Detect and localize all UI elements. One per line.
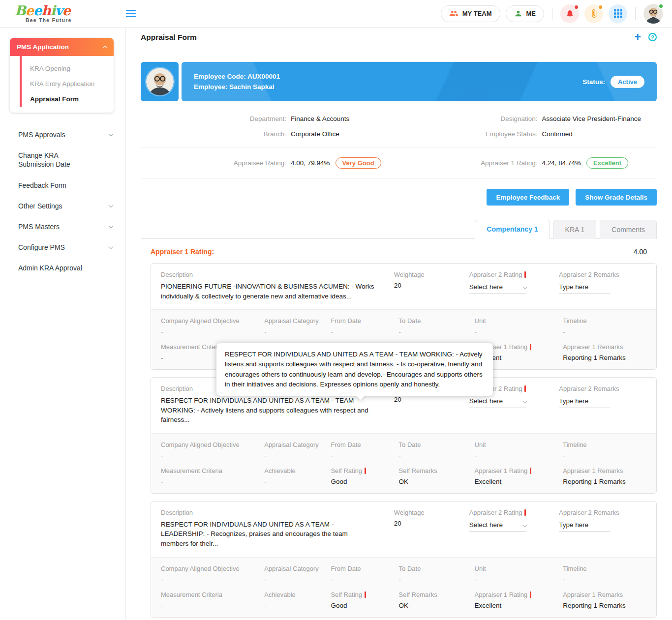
sidebar-item-pms-masters[interactable]: PMS Masters — [0, 218, 125, 236]
main-content: Appraisal Form + ? Employee Code: AUX000… — [126, 28, 672, 620]
field-self-rating: Self RatingGood — [331, 467, 398, 485]
field-achievable: Achievable- — [264, 467, 331, 485]
divider — [552, 7, 552, 20]
weightage-label: Weightage — [394, 509, 469, 516]
chevron-down-icon — [109, 223, 114, 228]
field-value: - — [264, 452, 331, 459]
employee-name: Employee: Sachin Sapkal — [194, 82, 280, 92]
field-value: Excellent — [475, 478, 563, 485]
competency-card: DescriptionRESPECT FOR INDIVIDUALS AND U… — [151, 501, 657, 618]
field-value: Good — [331, 602, 398, 609]
field-label: Achievable — [264, 467, 296, 474]
hamburger-menu-icon[interactable] — [126, 10, 136, 17]
apps-grid-icon[interactable] — [609, 4, 627, 23]
beehive-logo[interactable]: Beehive Bee The Future — [0, 4, 126, 23]
competency-detail-grid: Company Aligned Objective-Appraisal Cate… — [151, 433, 656, 493]
add-icon[interactable]: + — [635, 31, 641, 43]
sidebar-item-label: Other Settings — [18, 202, 62, 210]
ratings-summary: Appraisee Rating:4.00, 79.94%Very GoodAp… — [141, 148, 657, 178]
field-appraiser-1-remarks: Appraiser 1 RemarksReporting 1 Remarks — [563, 591, 646, 609]
sidebar-item-kra-entry-application[interactable]: KRA Entry Application — [10, 76, 114, 91]
appraiser2-rating-select[interactable]: Select here — [469, 397, 526, 408]
tab-compentancy-1[interactable]: Compentancy 1 — [475, 220, 550, 239]
field-value: - — [264, 478, 331, 485]
field-label: Measurement Criteria — [161, 467, 222, 474]
weightage-value: 20 — [394, 520, 469, 527]
field-label: Appraiser 1 Remarks — [563, 591, 623, 598]
field-value: - — [161, 602, 264, 609]
appraiser2-rating-select[interactable]: Select here — [469, 283, 526, 294]
help-icon[interactable]: ? — [648, 33, 657, 41]
field-value: - — [161, 576, 264, 583]
sidebar-item-kra-opening[interactable]: KRA Opening — [10, 61, 114, 76]
field-value: - — [475, 576, 563, 583]
competency-header-row: DescriptionRESPECT FOR INDIVIDUALS AND U… — [151, 502, 656, 557]
detail-label: Department: — [141, 115, 286, 122]
notification-badge — [574, 4, 579, 10]
employee-banner-bar: Employee Code: AUX00001 Employee: Sachin… — [182, 62, 657, 101]
tab-kra-1[interactable]: KRA 1 — [553, 220, 597, 239]
my-team-button[interactable]: MY TEAM — [441, 5, 500, 22]
appraiser2-remarks-input[interactable]: Type here — [559, 283, 610, 294]
show-grade-details-button[interactable]: Show Grade Details — [576, 189, 657, 206]
field-label: Appraisal Category — [264, 441, 319, 448]
employee-banner: Employee Code: AUX00001 Employee: Sachin… — [141, 62, 657, 101]
sidebar-item-appraisal-form[interactable]: Appraisal Form — [10, 91, 114, 107]
required-marker — [530, 468, 531, 474]
rating-value: 4.24, 84.74% — [542, 159, 581, 167]
field-appraisal-category: Appraisal Category- — [264, 317, 331, 335]
sidebar-item-label: PMS Masters — [18, 222, 60, 231]
select-placeholder: Select here — [469, 397, 503, 405]
field-timeline: Timeline- — [563, 441, 646, 459]
field-value: Good — [331, 478, 398, 485]
field-from-date: From Date- — [331, 317, 398, 335]
chevron-down-icon — [523, 399, 527, 403]
sidebar-group-label: PMS Application — [17, 43, 69, 51]
attachments-paperclip-icon[interactable] — [584, 4, 603, 23]
field-label: Self Remarks — [399, 467, 437, 474]
sidebar-group-pms-application: PMS Application KRA OpeningKRA Entry App… — [10, 38, 114, 113]
field-timeline: Timeline- — [563, 565, 646, 583]
field-value: Reporting 1 Remarks — [563, 478, 646, 485]
competency-description: PIONEERING FUTURE -INNOVATION & BUSINESS… — [161, 282, 394, 301]
field-label: Company Aligned Objective — [161, 317, 240, 325]
field-label: Unit — [475, 317, 486, 325]
sidebar-nav: PMS ApprovalsChange KRA Submission DateF… — [0, 126, 125, 277]
sidebar-item-other-settings[interactable]: Other Settings — [0, 197, 125, 215]
field-appraisal-category: Appraisal Category- — [264, 441, 331, 459]
required-marker — [365, 468, 366, 474]
user-avatar[interactable] — [643, 4, 663, 24]
tab-comments[interactable]: Comments — [600, 220, 657, 239]
tab-content: Appraiser 1 Rating: 4.00 DescriptionPION… — [141, 239, 657, 620]
employee-code: Employee Code: AUX00001 — [194, 71, 280, 82]
status-badge: Active — [611, 76, 644, 88]
field-value: Reporting 1 Remarks — [563, 354, 646, 361]
sidebar-item-pms-approvals[interactable]: PMS Approvals — [0, 126, 125, 144]
me-button[interactable]: ME — [506, 5, 545, 22]
field-company-aligned-objective: Company Aligned Objective- — [161, 441, 264, 459]
sidebar-item-feedback-form[interactable]: Feedback Form — [0, 177, 125, 194]
detail-branch: Branch:Corporate Office — [141, 130, 419, 138]
notifications-bell-icon[interactable] — [560, 4, 579, 23]
weightage-value: 20 — [394, 396, 469, 403]
sidebar-item-label: Change KRA Submission Date — [18, 151, 93, 169]
employee-feedback-button[interactable]: Employee Feedback — [487, 189, 569, 206]
page-title: Appraisal Form — [141, 33, 197, 42]
sidebar-item-configure-pms[interactable]: Configure PMS — [0, 238, 125, 256]
appraiser2-rating-select[interactable]: Select here — [469, 521, 526, 532]
chevron-down-icon — [109, 203, 114, 207]
field-value: - — [399, 452, 475, 459]
appraiser2-remarks-input[interactable]: Type here — [559, 521, 610, 532]
field-value: - — [563, 452, 646, 459]
chevron-up-icon — [103, 46, 108, 51]
competency-description: RESPECT FOR INDIVIDUALS AND UNITED AS A … — [161, 396, 394, 425]
rating-appraiser-1-rating: Appraiser 1 Rating:4.24, 84.74%Excellent — [419, 157, 657, 169]
sidebar-item-change-kra-submission-date[interactable]: Change KRA Submission Date — [0, 147, 125, 173]
sidebar-group-header[interactable]: PMS Application — [10, 38, 114, 56]
field-value: - — [399, 328, 475, 335]
field-achievable: Achievable- — [264, 591, 331, 609]
sidebar-item-admin-kra-approval[interactable]: Admin KRA Approval — [0, 259, 125, 277]
appraiser2-remarks-input[interactable]: Type here — [559, 397, 610, 408]
field-label: Company Aligned Objective — [161, 565, 240, 572]
field-value: - — [399, 576, 475, 583]
